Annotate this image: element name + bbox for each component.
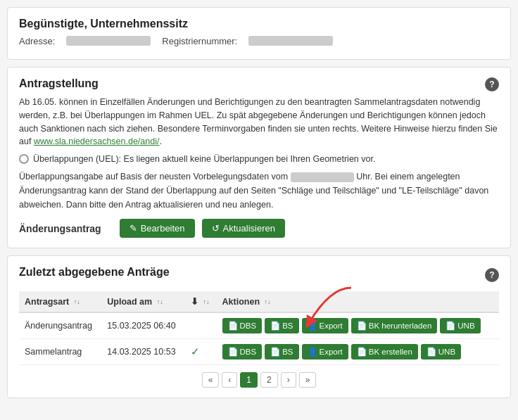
export-icon: 👤 (308, 321, 317, 331)
page-2-button[interactable]: 2 (260, 372, 278, 388)
registrier-label: Registriernummer: (162, 36, 237, 46)
adresse-value (66, 36, 151, 46)
sort-upload-am[interactable]: ↑↓ (157, 299, 163, 305)
antrag-para1: Ab 16.05. können in Einzelfällen Änderun… (19, 96, 499, 148)
row2-bs-button[interactable]: 📄 BS (265, 344, 298, 359)
row2-upload-am: 14.03.2025 10:53 (101, 339, 185, 365)
antragstellung-help-icon[interactable]: ? (485, 77, 499, 91)
row1-actions: 📄 DBS 📄 BS 👤 Export 📄 BK herunterladen (217, 312, 499, 339)
row1-upload-am: 15.03.2025 06:40 (101, 312, 185, 339)
antraege-table: Antragsart ↑↓ Upload am ↑↓ ⬇ ↑↓ Aktionen… (19, 291, 499, 365)
begunstigt-card: Begünstigte, Unternehmenssitz Adresse: R… (7, 7, 511, 60)
bs-icon: 📄 (270, 321, 280, 331)
sort-aktionen[interactable]: ↑↓ (265, 299, 271, 305)
row2-download-check: ✓ (185, 339, 217, 365)
page-next-button[interactable]: › (281, 372, 296, 388)
col-antragsart: Antragsart ↑↓ (19, 291, 101, 312)
download-icon: ⬇ (191, 297, 198, 307)
pagination: « ‹ 1 2 › » (19, 372, 499, 388)
sort-antragsart[interactable]: ↑↓ (74, 299, 80, 305)
page-last-button[interactable]: » (299, 372, 317, 388)
bk-dl-icon: 📄 (357, 321, 367, 331)
checkmark-icon: ✓ (191, 345, 200, 357)
begunstigt-info: Adresse: Registriernummer: (19, 36, 499, 46)
row1-bs-button[interactable]: 📄 BS (265, 318, 298, 333)
adresse-label: Adresse: (19, 36, 55, 46)
row2-dbs-button[interactable]: 📄 DBS (222, 344, 263, 359)
bk-create-icon: 📄 (357, 347, 367, 357)
row1-antragsart: Änderungsantrag (19, 312, 101, 339)
dbs2-icon: 📄 (228, 347, 238, 357)
table-title: Zuletzt abgegebene Anträge (19, 266, 170, 279)
begunstigt-title: Begünstigte, Unternehmenssitz (19, 18, 499, 30)
table-header-row: Antragsart ↑↓ Upload am ↑↓ ⬇ ↑↓ Aktionen… (19, 291, 499, 312)
row1-bk-herunterladen-button[interactable]: 📄 BK herunterladen (351, 318, 438, 333)
export2-icon: 👤 (308, 347, 317, 357)
row2-export-button[interactable]: 👤 Export (302, 344, 348, 359)
bearbeiten-button[interactable]: ✎ Bearbeiten (120, 219, 195, 238)
sort-download[interactable]: ↑↓ (203, 299, 210, 305)
aktualisieren-icon: ↺ (212, 223, 220, 234)
row1-action-btns: 📄 DBS 📄 BS 👤 Export 📄 BK herunterladen (222, 318, 493, 333)
antragstellung-title: Antragstellung (19, 77, 99, 90)
overlap-row: Überlappungen (UEL): Es liegen aktuell k… (19, 154, 499, 164)
col-upload-am: Upload am ↑↓ (101, 291, 185, 312)
unb2-icon: 📄 (427, 347, 436, 357)
table-title-row: Zuletzt abgegebene Anträge ? (19, 266, 499, 284)
table-row: Sammelantrag 14.03.2025 10:53 ✓ 📄 DBS 📄 … (19, 339, 499, 365)
aenderungsantrag-row: Änderungsantrag ✎ Bearbeiten ↺ Aktualisi… (19, 219, 499, 238)
sla-link[interactable]: www.sla.niedersachsen.de/andi/ (34, 136, 160, 146)
antragstellung-header: Antragstellung ? (19, 77, 499, 96)
row2-bk-erstellen-button[interactable]: 📄 BK erstellen (351, 344, 418, 359)
table-section-card: Zuletzt abgegebene Anträge ? Antragsart … (7, 255, 511, 398)
row2-antragsart: Sammelantrag (19, 339, 101, 365)
row2-unb-button[interactable]: 📄 UNB (421, 344, 461, 359)
table-wrapper: Antragsart ↑↓ Upload am ↑↓ ⬇ ↑↓ Aktionen… (19, 291, 499, 388)
table-help-icon[interactable]: ? (485, 268, 499, 282)
table-row: Änderungsantrag 15.03.2025 06:40 📄 DBS 📄… (19, 312, 499, 339)
col-download: ⬇ ↑↓ (185, 291, 217, 312)
registrier-value (248, 36, 333, 46)
page-first-button[interactable]: « (202, 372, 220, 388)
row1-download-check (185, 312, 217, 339)
antragstellung-card: Antragstellung ? Ab 16.05. können in Ein… (7, 67, 511, 248)
row1-export-button[interactable]: 👤 Export (302, 318, 348, 333)
bearbeiten-icon: ✎ (130, 223, 137, 234)
page-prev-button[interactable]: ‹ (222, 372, 237, 388)
col-aktionen: Aktionen ↑↓ (217, 291, 499, 312)
row2-actions: 📄 DBS 📄 BS 👤 Export 📄 BK erstellen (217, 339, 499, 365)
page-1-button[interactable]: 1 (240, 372, 258, 388)
vorbelegung-date (291, 172, 354, 182)
vorbelegung-row: Überlappungsangabe auf Basis der neusten… (19, 170, 499, 212)
row1-unb-button[interactable]: 📄 UNB (440, 318, 480, 333)
aenderungsantrag-label: Änderungsantrag (19, 223, 101, 234)
bs2-icon: 📄 (270, 347, 280, 357)
unb-icon: 📄 (446, 321, 455, 331)
row2-action-btns: 📄 DBS 📄 BS 👤 Export 📄 BK erstellen (222, 344, 493, 359)
radio-dot (19, 154, 29, 164)
aktualisieren-button[interactable]: ↺ Aktualisieren (202, 219, 285, 238)
overlap-label: Überlappungen (UEL): Es liegen aktuell k… (33, 154, 375, 164)
row1-dbs-button[interactable]: 📄 DBS (222, 318, 263, 333)
dbs-icon: 📄 (228, 321, 238, 331)
